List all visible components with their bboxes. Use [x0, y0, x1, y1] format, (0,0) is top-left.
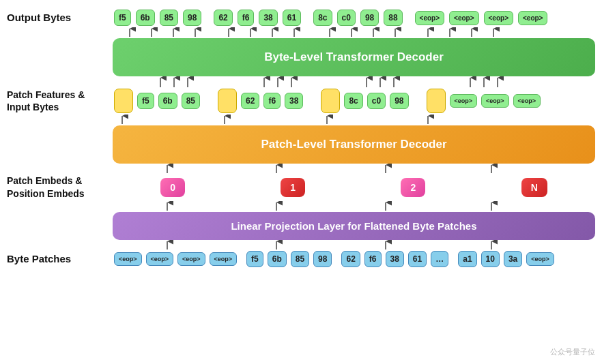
chip-f5: f5: [114, 10, 131, 26]
arrows-pf-svg: [113, 115, 577, 125]
patch-embeds-row: Patch Embeds &Position Embeds 0 1 2 N: [7, 175, 595, 199]
chip-eop3: <eop>: [484, 11, 513, 25]
chip-6b: 6b: [136, 10, 155, 26]
chip-98b: 98: [360, 10, 379, 26]
bp-f6: f6: [364, 251, 382, 267]
arrows-green-to-pf: [113, 76, 595, 89]
watermark: 公众号量子位: [550, 347, 595, 357]
bp-38: 38: [386, 251, 404, 267]
embed-2: 2: [401, 178, 425, 197]
bp-85: 85: [291, 251, 309, 267]
bp-eop-last: <eop>: [526, 252, 554, 266]
chip-85: 85: [160, 10, 178, 26]
embed-N: N: [521, 178, 547, 197]
pf-yellow-3: [321, 89, 340, 113]
chip-8c: 8c: [313, 10, 332, 26]
byte-patches-label: Byte Patches: [7, 252, 113, 266]
chip-eop1: <eop>: [415, 11, 444, 25]
bp-10: 10: [481, 251, 500, 267]
byte-patches-row: Byte Patches <eop> <eop> <eop> <eop> f5 …: [7, 251, 595, 267]
embed-0: 0: [160, 178, 185, 197]
output-bytes-row: Output Bytes f5 6b 85 98 62 f6 38 61 8c …: [7, 10, 595, 26]
chip-eop4: <eop>: [518, 11, 547, 25]
byte-transformer-row: Byte-Level Transformer Decoder: [7, 38, 595, 76]
pf-yellow-2: [218, 89, 237, 113]
pf-g-f6: f6: [263, 93, 281, 109]
bp-98: 98: [313, 251, 332, 267]
patch-features-chips: f5 6b 85 62 f6 38 8c c0 98 <eop> <eop> <…: [113, 89, 595, 113]
arrows-lp-svg: [113, 240, 577, 251]
pf-yellow-4: [427, 89, 446, 113]
pf-g-f5: f5: [137, 93, 154, 109]
bp-6b: 6b: [268, 251, 287, 267]
embed-1: 1: [281, 178, 305, 197]
bp-62: 62: [341, 251, 360, 267]
bp-61: 61: [408, 251, 427, 267]
pf-g-eop2: <eop>: [481, 94, 509, 108]
output-bytes-chips: f5 6b 85 98 62 f6 38 61 8c c0 98 88 <eop…: [113, 10, 595, 26]
bp-f5: f5: [246, 251, 263, 267]
bp-eop4: <eop>: [210, 252, 238, 266]
patch-transformer-row: Patch-Level Transformer Decoder: [7, 125, 595, 164]
linear-projection-row: Linear Projection Layer for Flattened By…: [7, 212, 595, 240]
bp-eop1: <eop>: [114, 252, 142, 266]
arrows-output-svg: [113, 27, 577, 38]
pf-g-eop1: <eop>: [450, 94, 478, 108]
chip-38: 38: [259, 10, 277, 26]
arrows-orange-to-embeds: [113, 164, 595, 175]
chip-98: 98: [183, 10, 201, 26]
patch-features-label: Patch Features &Input Bytes: [7, 89, 113, 113]
pf-g-eop3: <eop>: [513, 94, 541, 108]
pf-g-6b: 6b: [158, 93, 177, 109]
chip-f6: f6: [238, 10, 255, 26]
arrows-lp-to-bp: [113, 240, 595, 251]
bp-eop2: <eop>: [146, 252, 174, 266]
pf-g-85: 85: [182, 93, 200, 109]
output-bytes-label: Output Bytes: [7, 11, 113, 25]
pf-g-c0: c0: [367, 93, 386, 109]
patch-embeds-label: Patch Embeds &Position Embeds: [7, 175, 113, 199]
chip-eop2: <eop>: [449, 11, 478, 25]
patch-transformer-box: Patch-Level Transformer Decoder: [113, 125, 595, 164]
arrows-oe-svg: [113, 164, 577, 175]
chip-61: 61: [283, 10, 301, 26]
arrows-to-output: [113, 27, 595, 38]
pf-g-62: 62: [241, 93, 259, 109]
byte-transformer-box: Byte-Level Transformer Decoder: [113, 38, 595, 76]
bp-eop3: <eop>: [177, 252, 205, 266]
pf-g-8c: 8c: [344, 93, 362, 109]
chip-88: 88: [384, 10, 402, 26]
byte-patches-chips: <eop> <eop> <eop> <eop> f5 6b 85 98 62 f…: [113, 251, 595, 267]
bp-a1: a1: [458, 251, 476, 267]
embeds-area: 0 1 2 N: [113, 178, 595, 197]
linear-projection-box: Linear Projection Layer for Flattened By…: [113, 212, 595, 240]
patch-features-row: Patch Features &Input Bytes f5 6b 85 62 …: [7, 89, 595, 113]
chip-62: 62: [214, 10, 232, 26]
bp-ellipsis: …: [431, 251, 448, 267]
arrows-pf-to-orange: [113, 115, 595, 125]
pf-yellow-1: [114, 89, 133, 113]
pf-g-38: 38: [285, 93, 303, 109]
pf-g-98: 98: [390, 93, 408, 109]
arrows-btm-svg: [113, 76, 577, 89]
arrows-el-svg: [113, 201, 577, 212]
arrows-embeds-to-lp: [113, 201, 595, 212]
chip-c0: c0: [337, 10, 356, 26]
bp-3a: 3a: [504, 251, 522, 267]
diagram: Output Bytes f5 6b 85 98 62 f6 38 61 8c …: [0, 0, 602, 364]
